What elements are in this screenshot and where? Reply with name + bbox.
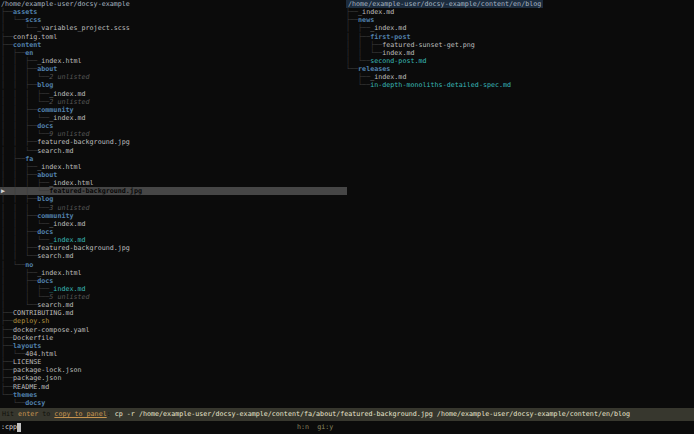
tree-row[interactable]: │ │ │ └──3 unlisted	[0, 204, 347, 212]
tree-node-name: _variables_project.scss	[37, 24, 130, 32]
tree-branch-lines: │ ├──	[1, 49, 25, 57]
tree-row[interactable]: │ └──second-post.md	[345, 57, 694, 65]
tree-row[interactable]: │ │ ├──_index.md	[0, 285, 347, 293]
tree-row[interactable]: │ │ ├──_index.html	[0, 57, 347, 65]
tree-node-name: themes	[13, 391, 37, 399]
tree-branch-lines: │ │ └──	[346, 49, 382, 57]
tree-node-name: _index.html	[37, 163, 81, 171]
tree-branch-lines: └──	[1, 399, 25, 407]
command-input[interactable]: :cpp	[0, 421, 694, 434]
tree-node-name: first-post	[370, 33, 410, 41]
tree-row[interactable]: │ │ ├──about	[0, 171, 347, 179]
tree-node-name: search.md	[37, 301, 73, 309]
tree-node-name: about	[37, 65, 57, 73]
tree-row[interactable]: ├──assets	[0, 8, 347, 16]
tree-branch-lines: │ └──	[1, 261, 25, 269]
tree-row[interactable]: │ ├──_index.md	[345, 24, 694, 32]
tree-branch-lines: │ │ ├──	[1, 212, 37, 220]
tree-row[interactable]: ├──config.toml	[0, 33, 347, 41]
tree-node-name: _index.md	[370, 24, 406, 32]
tree-row[interactable]: ├──deploy.sh	[0, 317, 347, 325]
tree-row[interactable]: │ │ │ └──_index.md	[0, 114, 347, 122]
tree-row[interactable]: │ │ ├──community	[0, 106, 347, 114]
tree-row[interactable]: │ │ ├──_index.html	[0, 163, 347, 171]
tree-row[interactable]: │ │ │ └──_index.md	[0, 220, 347, 228]
tree-node-name: _index.md	[49, 285, 85, 293]
tree-branch-lines: │ │ │ └──	[1, 220, 49, 228]
tree-row[interactable]: │ │ ├──featured-sunset-get.png	[345, 41, 694, 49]
tree-row[interactable]: └──docsy	[0, 399, 347, 407]
tree-node-name: content	[13, 41, 41, 49]
tree-row[interactable]: │ │ └──index.md	[345, 49, 694, 57]
tree-branch-lines: │ │ ├──	[346, 41, 382, 49]
tree-row[interactable]: ├──_index.md	[345, 8, 694, 16]
tree-row[interactable]: ├──docker-compose.yaml	[0, 326, 347, 334]
tree-row[interactable]: ├──content	[0, 41, 347, 49]
tree-node-name: _index.html	[37, 57, 81, 65]
tree-node-name: assets	[13, 8, 37, 16]
tree-row[interactable]: │ └──_variables_project.scss	[0, 24, 347, 32]
tree-branch-lines: ├──	[1, 326, 13, 334]
tree-row[interactable]: │ │ ├──blog	[0, 195, 347, 203]
tree-row[interactable]: │ └──404.html	[0, 350, 347, 358]
tree-row[interactable]: ├──package.json	[0, 374, 347, 382]
tree-row[interactable]: ├──README.md	[0, 383, 347, 391]
tree-row[interactable]: │ │ └──5 unlisted	[0, 293, 347, 301]
tree-row[interactable]: │ │ └──search.md	[0, 252, 347, 260]
tree-branch-lines: │ │ └──	[1, 147, 37, 155]
tree-row[interactable]: └──in-depth-monoliths-detailed-spec.md	[345, 81, 694, 89]
tree-branch-lines: │ ├──	[1, 155, 25, 163]
status-hint-mid: to	[38, 410, 54, 418]
status-command-preview: cp -r /home/example-user/docsy-example/c…	[115, 410, 630, 418]
tree-branch-lines: ├──	[1, 374, 13, 382]
tree-branch-lines: │ │ ├──	[1, 122, 37, 130]
tree-branch-lines: │ │ ├──	[1, 285, 49, 293]
tree-row[interactable]: │ ├──_index.html	[0, 269, 347, 277]
tree-row[interactable]: ├──CONTRIBUTING.md	[0, 309, 347, 317]
tree-row[interactable]: │ │ ├──community	[0, 212, 347, 220]
tree-row[interactable]: │ ├──en	[0, 49, 347, 57]
left-panel-path: /home/example-user/docsy-example	[0, 0, 347, 8]
tree-node-name: _index.md	[49, 220, 85, 228]
tree-branch-lines: │ │ ├──	[1, 65, 37, 73]
tree-branch-lines: │ │ │ └──	[1, 98, 49, 106]
tree-row[interactable]: │ └──no	[0, 261, 347, 269]
tree-node-name: featured-background.jpg	[37, 138, 130, 146]
tree-node-name: search.md	[37, 252, 73, 260]
tree-branch-lines: │ │ ├──	[1, 195, 37, 203]
tree-row[interactable]: │ │ └──search.md	[0, 147, 347, 155]
tree-branch-lines: ├──	[1, 334, 13, 342]
tree-row[interactable]: │ │ │ └──2 unlisted	[0, 98, 347, 106]
tree-node-name: LICENSE	[13, 358, 41, 366]
tree-branch-lines: │ │ ├──	[1, 228, 37, 236]
tree-row[interactable]: │ │ │ ├──_index.html	[0, 179, 347, 187]
tree-row[interactable]: │ │ ├──blog	[0, 81, 347, 89]
tree-branch-lines: ├──	[1, 342, 13, 350]
tree-branch-lines: │ ├──	[346, 24, 370, 32]
tree-node-name: _index.md	[49, 236, 85, 244]
tree-row[interactable]: │ │ │ └──_index.md	[0, 236, 347, 244]
tree-node-name: in-depth-monoliths-detailed-spec.md	[370, 81, 511, 89]
right-panel: /home/example-user/docsy-example/content…	[345, 0, 694, 90]
tree-node-name: search.md	[37, 147, 73, 155]
tree-node-name: docs	[37, 122, 53, 130]
tree-node-name: featured-sunset-get.png	[382, 41, 475, 49]
tree-node-name: about	[37, 171, 57, 179]
tree-node-name: 2 unlisted	[49, 73, 89, 81]
tree-node-name: package.json	[13, 374, 61, 382]
tree-row[interactable]: │ ├──fa	[0, 155, 347, 163]
tree-row[interactable]: │ │ ├──docs	[0, 228, 347, 236]
tree-row[interactable]: └──themes	[0, 391, 347, 399]
tree-row[interactable]: ├──Dockerfile	[0, 334, 347, 342]
status-key-hint: enter	[18, 410, 38, 418]
tree-row[interactable]: │ ├──docs	[0, 277, 347, 285]
tree-row[interactable]: │ │ ├──featured-background.jpg	[0, 138, 347, 146]
tree-node-name: 404.html	[25, 350, 57, 358]
tree-branch-lines: ├──	[1, 33, 13, 41]
tree-row[interactable]: │ ├──first-post	[345, 33, 694, 41]
tree-row[interactable]: │ │ │ ├──_index.md	[0, 90, 347, 98]
tree-branch-lines: ├──	[346, 8, 358, 16]
tree-row[interactable]: ├──layouts	[0, 342, 347, 350]
status-bar: Hit enter to copy_to_panel: cp -r /home/…	[0, 408, 694, 421]
tree-branch-lines: │ │ │ └──	[1, 204, 49, 212]
